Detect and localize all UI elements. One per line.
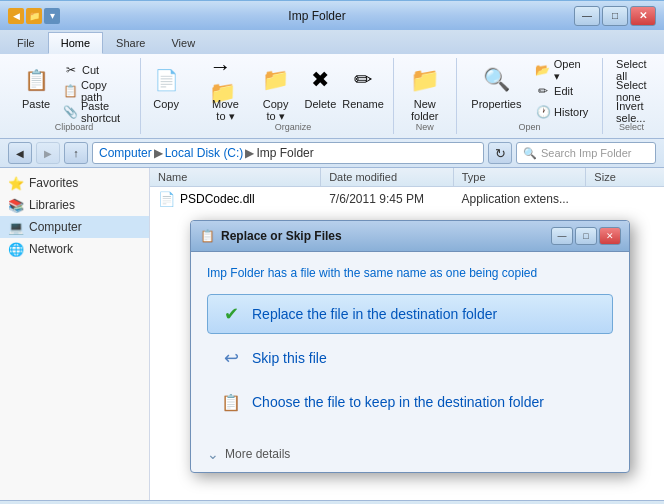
dialog-title-controls: — □ ✕ [551,227,621,245]
tab-file[interactable]: File [4,32,48,54]
rename-button[interactable]: ✏ Rename [341,60,384,114]
title-bar-quick-access: ◀ 📁 ▾ [8,8,60,24]
file-cell-name: 📄 PSDCodec.dll [150,189,321,209]
paste-shortcut-button[interactable]: 📎 Paste shortcut [58,102,132,122]
open-button[interactable]: 📂 Open ▾ [530,60,594,80]
properties-button[interactable]: 🔍 Properties [465,60,528,114]
nav-item-network[interactable]: 🌐 Network [0,238,149,260]
new-group-label: New [394,122,456,132]
dialog-footer[interactable]: ⌄ More details [191,440,629,472]
delete-button[interactable]: ✖ Delete [301,60,339,114]
forward-button[interactable]: ▶ [36,142,60,164]
dialog-close-button[interactable]: ✕ [599,227,621,245]
dialog-message-folder: Imp Folder [207,266,264,280]
paste-button[interactable]: 📋 Paste [16,60,56,114]
select-all-button[interactable]: Select all [611,60,652,80]
open-icon: 📂 [535,62,551,78]
copy-path-icon: 📋 [63,83,78,99]
col-size[interactable]: Size [586,168,664,186]
new-folder-label: Newfolder [411,98,439,122]
invert-label: Invert sele... [616,100,647,124]
edit-button[interactable]: ✏ Edit [530,81,594,101]
skip-icon: ↩ [220,347,242,369]
quick-access-doc[interactable]: ▾ [44,8,60,24]
window-title: Imp Folder [60,9,574,23]
select-group-label: Select [603,122,660,132]
favorites-label: Favorites [29,176,78,190]
cut-label: Cut [82,64,99,76]
tab-home[interactable]: Home [48,32,103,54]
copy-button[interactable]: 📄 Copy [143,60,189,114]
option-keep-text: Choose the file to keep in the destinati… [252,394,544,410]
dialog-titlebar: 📋 Replace or Skip Files — □ ✕ [191,221,629,252]
more-details-arrow: ⌄ [207,446,219,462]
option-skip[interactable]: ↩ Skip this file [207,338,613,378]
invert-select-button[interactable]: Invert sele... [611,102,652,122]
copy-to-button[interactable]: 📁 Copy to ▾ [252,60,300,126]
address-path[interactable]: Computer ▶ Local Disk (C:) ▶ Imp Folder [92,142,484,164]
move-to-icon: →📁 [209,64,241,96]
nav-item-favorites[interactable]: ⭐ Favorites [0,172,149,194]
close-button[interactable]: ✕ [630,6,656,26]
tab-view[interactable]: View [158,32,208,54]
nav-item-computer[interactable]: 💻 Computer [0,216,149,238]
path-imp-folder: Imp Folder [256,146,313,160]
new-folder-icon: 📁 [409,64,441,96]
file-cell-date: 7/6/2011 9:45 PM [321,190,453,208]
copy-group: 📄 Copy [141,58,193,134]
quick-access-back[interactable]: ◀ [8,8,24,24]
dialog-minimize-button[interactable]: — [551,227,573,245]
open-group-label: Open [457,122,602,132]
file-name: PSDCodec.dll [180,192,255,206]
paste-shortcut-label: Paste shortcut [81,100,127,124]
network-label: Network [29,242,73,256]
dialog-message: Imp Folder has a file with the same name… [207,266,613,280]
nav-item-libraries[interactable]: 📚 Libraries [0,194,149,216]
open-label: Open ▾ [554,58,589,83]
history-button[interactable]: 🕐 History [530,102,594,122]
maximize-button[interactable]: □ [602,6,628,26]
dialog-body: Imp Folder has a file with the same name… [191,252,629,440]
ribbon-tabs: File Home Share View [0,30,664,54]
cut-button[interactable]: ✂ Cut [58,60,132,80]
path-sep-2: ▶ [245,146,254,160]
libraries-label: Libraries [29,198,75,212]
option-skip-text: Skip this file [252,350,327,366]
col-date[interactable]: Date modified [321,168,454,186]
minimize-button[interactable]: — [574,6,600,26]
tab-share[interactable]: Share [103,32,158,54]
properties-label: Properties [471,98,521,110]
rename-label: Rename [342,98,384,110]
option-replace[interactable]: ✔ Replace the file in the destination fo… [207,294,613,334]
status-bar: 1 item [0,500,664,504]
clipboard-group-label: Clipboard [8,122,140,132]
quick-access-folder[interactable]: 📁 [26,8,42,24]
path-local-disk[interactable]: Local Disk (C:) [165,146,244,160]
copy-icon: 📄 [150,64,182,96]
file-list-header: Name Date modified Type Size [150,168,664,187]
copy-path-button[interactable]: 📋 Copy path [58,81,132,101]
col-name[interactable]: Name [150,168,321,186]
new-folder-button[interactable]: 📁 Newfolder [402,60,448,126]
properties-icon: 🔍 [480,64,512,96]
select-none-button[interactable]: Select none [611,81,652,101]
copy-label: Copy [153,98,179,110]
organize-group-label: Organize [193,122,393,132]
title-controls: — □ ✕ [574,6,656,26]
option-keep[interactable]: 📋 Choose the file to keep in the destina… [207,382,613,422]
keep-icon: 📋 [220,391,242,413]
dialog-title-text: Replace or Skip Files [221,229,342,243]
col-type[interactable]: Type [454,168,587,186]
history-icon: 🕐 [535,104,551,120]
libraries-icon: 📚 [8,197,24,213]
dialog-window-icon: 📋 [199,228,215,244]
dialog-message-rest: has a file with the same name as one bei… [264,266,537,280]
title-bar: ◀ 📁 ▾ Imp Folder — □ ✕ [0,0,664,30]
move-to-button[interactable]: →📁 Move to ▾ [201,60,250,126]
dialog-maximize-button[interactable]: □ [575,227,597,245]
props-group-btns: 🔍 Properties 📂 Open ▾ ✏ Edit 🕐 History [465,60,594,150]
computer-label: Computer [29,220,82,234]
nav-pane: ⭐ Favorites 📚 Libraries 💻 Computer 🌐 Net… [0,168,150,500]
file-icon: 📄 [158,191,175,207]
table-row[interactable]: 📄 PSDCodec.dll 7/6/2011 9:45 PM Applicat… [150,187,664,211]
